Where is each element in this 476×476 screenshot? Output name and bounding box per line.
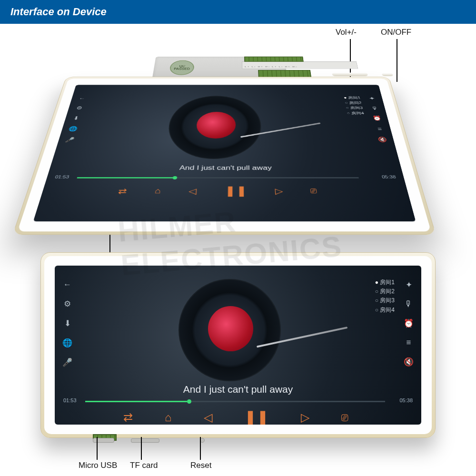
- room-item[interactable]: 房间3: [375, 296, 395, 305]
- header-bar: Interface on Device: [0, 0, 476, 24]
- back-icon[interactable]: ←: [63, 280, 71, 289]
- room-item[interactable]: 房间1: [375, 278, 395, 287]
- touch-screen[interactable]: ← ⚙ ⬇ 🌐 🎤 房间1 房间2 房间3 房间4 ✦ 🎙 ⏰ ≡ 🔇: [55, 266, 421, 425]
- mic-icon[interactable]: 🎤: [64, 137, 75, 143]
- settings-icon[interactable]: ⚙: [64, 299, 71, 309]
- callout-line: [200, 437, 201, 460]
- callout-line: [141, 437, 142, 460]
- transport-controls: ⇄ ⌂ ◁ ❚❚ ▷ ⎚: [107, 408, 364, 425]
- download-icon[interactable]: ⬇: [64, 318, 71, 328]
- time-total: 05:38: [399, 397, 413, 403]
- back-icon[interactable]: ←: [78, 96, 86, 100]
- label-reset: Reset: [190, 461, 211, 470]
- room-item[interactable]: 房间2: [344, 100, 362, 106]
- list-icon[interactable]: ≡: [407, 338, 411, 347]
- tf-card-slot[interactable]: [131, 438, 159, 443]
- power-button[interactable]: [382, 73, 394, 77]
- micro-usb-port[interactable]: [93, 438, 114, 443]
- front-device-view: ← ⚙ ⬇ 🌐 🎤 房间1 房间2 房间3 房间4 ✦ 🎙 ⏰ ≡ 🔇: [40, 252, 436, 438]
- time-elapsed: 01:53: [63, 397, 77, 403]
- progress-bar[interactable]: [85, 401, 385, 402]
- terminal-labels: L+ L- R+ R- L+ L- R+ R-: [245, 66, 298, 68]
- port-strip: [93, 434, 283, 445]
- next-track-icon[interactable]: ▷: [301, 411, 309, 424]
- equalizer-icon[interactable]: ⎚: [341, 411, 348, 424]
- transport-controls: ⇄ ⌂ ◁ ❚❚ ▷ ⎚: [103, 185, 332, 197]
- lyric-line: And I just can't pull away: [55, 384, 421, 395]
- callout-line: [97, 437, 98, 460]
- page-title: Interface on Device: [10, 6, 107, 18]
- globe-icon[interactable]: 🌐: [68, 126, 79, 132]
- terminal-connector: [244, 57, 304, 62]
- touch-screen[interactable]: ← ⚙ ⬇ 🌐 🎤 房间1 房间2 房间3 房间4 ✦ 🎙 ⏰ ≡: [33, 85, 416, 221]
- prev-track-icon[interactable]: ◁: [204, 411, 212, 424]
- home-icon[interactable]: ⌂: [165, 411, 172, 424]
- mute-icon[interactable]: 🔇: [404, 357, 414, 367]
- pause-icon[interactable]: ❚❚: [224, 185, 247, 197]
- pause-icon[interactable]: ❚❚: [244, 408, 269, 425]
- next-track-icon[interactable]: ▷: [275, 186, 283, 196]
- time-elapsed: 01:53: [55, 175, 70, 179]
- lyric-line: And I just can't pull away: [49, 164, 403, 171]
- room-item[interactable]: 房间2: [375, 287, 395, 296]
- room-list[interactable]: 房间1 房间2 房间3 房间4: [343, 95, 365, 116]
- share-icon[interactable]: ✦: [368, 96, 376, 101]
- clock-icon[interactable]: ⏰: [372, 116, 382, 121]
- prev-track-icon[interactable]: ◁: [188, 186, 197, 196]
- home-icon[interactable]: ⌂: [154, 186, 161, 195]
- mic-icon[interactable]: 🎤: [62, 357, 72, 367]
- label-microusb: Micro USB: [79, 461, 117, 470]
- mic2-icon[interactable]: 🎙: [405, 299, 413, 309]
- progress-bar[interactable]: [77, 177, 359, 178]
- mic2-icon[interactable]: 🎙: [370, 106, 378, 111]
- room-list[interactable]: 房间1 房间2 房间3 房间4: [375, 278, 395, 315]
- download-icon[interactable]: ⬇: [72, 116, 80, 121]
- room-item[interactable]: 房间4: [347, 110, 365, 116]
- right-icon-column: ✦ 🎙 ⏰ ≡ 🔇: [404, 280, 414, 367]
- terminal-row: L+ L- R+ R- L+ L- R+ R-: [242, 61, 358, 69]
- qc-sticker: QC PASSED: [169, 60, 195, 75]
- time-total: 05:38: [381, 175, 396, 179]
- share-icon[interactable]: ✦: [406, 280, 412, 290]
- globe-icon[interactable]: 🌐: [62, 338, 72, 348]
- room-item[interactable]: 房间3: [345, 105, 363, 110]
- mute-icon[interactable]: 🔇: [377, 137, 388, 142]
- album-art: [196, 112, 236, 139]
- room-item[interactable]: 房间1: [343, 95, 361, 100]
- room-item[interactable]: 房间4: [375, 306, 395, 315]
- left-icon-column: ← ⚙ ⬇ 🌐 🎤: [62, 280, 72, 367]
- shuffle-icon[interactable]: ⇄: [123, 411, 133, 424]
- list-icon[interactable]: ≡: [377, 126, 382, 131]
- top-device-view: QC PASSED L+ L- R+ R- L+ L- R+ R- ← ⚙ ⬇ …: [33, 36, 443, 212]
- equalizer-icon[interactable]: ⎚: [310, 186, 317, 195]
- volume-rocker[interactable]: [332, 72, 368, 76]
- shuffle-icon[interactable]: ⇄: [118, 186, 128, 196]
- clock-icon[interactable]: ⏰: [404, 318, 414, 328]
- label-tfcard: TF card: [130, 461, 158, 470]
- album-art: [208, 306, 253, 351]
- settings-icon[interactable]: ⚙: [76, 105, 83, 110]
